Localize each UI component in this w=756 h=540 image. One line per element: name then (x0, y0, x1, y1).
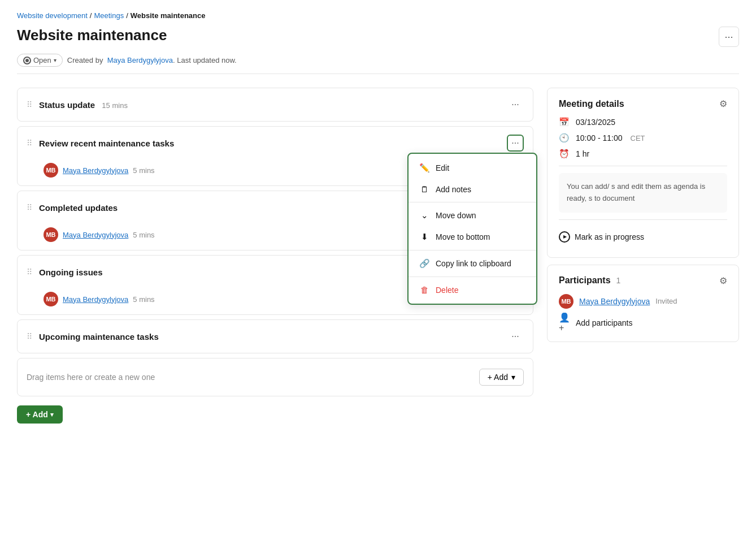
right-sidebar: Meeting details ⚙ 📅 03/13/2025 🕙 10:00 -… (547, 88, 739, 342)
agenda-item-1: ⠿ Status update 15 mins ··· (17, 88, 533, 122)
breadcrumb: Website development / Meetings / Website… (17, 11, 739, 20)
notes-text: You can add/ s and edit them as agenda i… (567, 182, 705, 202)
meeting-duration-row: ⏰ 1 hr (559, 149, 727, 159)
meeting-details-section: Meeting details ⚙ 📅 03/13/2025 🕙 10:00 -… (547, 88, 739, 258)
menu-edit-item[interactable]: ✏️ Edit (409, 157, 536, 179)
add-participants-icon: 👤+ (559, 317, 571, 329)
dropdown-menu: ✏️ Edit 🗒 Add notes ⌄ Move down ⬇ Move (407, 153, 537, 305)
move-down-icon: ⌄ (419, 210, 430, 221)
drag-handle-4[interactable]: ⠿ (27, 267, 32, 277)
participant-status-0: Invited (655, 297, 677, 305)
details-divider-2 (559, 219, 727, 220)
move-bottom-icon: ⬇ (419, 232, 430, 242)
meeting-time-row: 🕙 10:00 - 11:00 CET (559, 133, 727, 143)
agenda-item-1-header: ⠿ Status update 15 mins ··· (18, 88, 533, 121)
agenda-item-5-header: ⠿ Upcoming maintenance tasks ··· (18, 320, 533, 353)
status-badge[interactable]: Open ▾ (17, 54, 63, 67)
breadcrumb-link-1[interactable]: Website development (17, 11, 88, 20)
menu-copy-link-item[interactable]: 🔗 Copy link to clipboard (409, 253, 536, 274)
calendar-icon: 📅 (559, 117, 570, 127)
mark-progress-button[interactable]: Mark as in progress (559, 227, 644, 247)
avatar-item4: MB (44, 292, 58, 306)
notes-section: You can add/ s and edit them as agenda i… (559, 173, 727, 213)
menu-edit-label: Edit (436, 163, 449, 172)
status-label: Open (33, 56, 51, 64)
item-menu-button-1[interactable]: ··· (507, 96, 524, 113)
meeting-details-gear-button[interactable]: ⚙ (719, 98, 727, 109)
copy-link-icon: 🔗 (419, 258, 430, 269)
creator-link[interactable]: Maya Berdygylyjova (107, 56, 173, 64)
item-title-2: Review recent maintenance tasks (39, 139, 501, 148)
status-icon (23, 57, 31, 64)
participants-count: 1 (616, 276, 620, 285)
add-participants-label: Add participants (576, 318, 632, 327)
participants-title-group: Participants 1 (559, 275, 620, 286)
menu-add-notes-item[interactable]: 🗒 Add notes (409, 179, 536, 200)
last-updated: . Last updated now. (173, 56, 237, 64)
meeting-timezone: CET (631, 134, 645, 142)
menu-divider-1 (409, 202, 536, 202)
meeting-date-row: 📅 03/13/2025 (559, 117, 727, 127)
menu-divider-2 (409, 250, 536, 250)
breadcrumb-sep-2: / (126, 11, 128, 20)
main-add-button[interactable]: + Add ▾ (17, 405, 63, 424)
menu-move-down-label: Move down (436, 211, 476, 220)
main-layout: ⠿ Status update 15 mins ··· ⠿ Review rec… (17, 88, 739, 424)
participant-name-0[interactable]: Maya Berdygylyjova (579, 297, 650, 306)
sub-name-4[interactable]: Maya Berdygylyjova (63, 295, 128, 304)
drag-handle-1[interactable]: ⠿ (27, 100, 32, 109)
menu-move-bottom-item[interactable]: ⬇ Move to bottom (409, 226, 536, 248)
page-container: Website development / Meetings / Website… (0, 0, 756, 540)
menu-move-down-item[interactable]: ⌄ Move down (409, 205, 536, 226)
menu-delete-item[interactable]: 🗑 Delete (409, 279, 536, 300)
menu-copy-link-label: Copy link to clipboard (436, 259, 511, 268)
page-header: Website maintenance ··· (17, 27, 739, 47)
duration-icon: ⏰ (559, 149, 570, 159)
mark-progress-label: Mark as in progress (575, 232, 644, 241)
drag-handle-3[interactable]: ⠿ (27, 203, 32, 212)
clock-icon: 🕙 (559, 133, 570, 143)
participant-row-0: MB Maya Berdygylyjova Invited (559, 294, 727, 309)
menu-delete-label: Delete (436, 286, 458, 295)
created-by-prefix: Created by (67, 56, 103, 64)
sub-name-2[interactable]: Maya Berdygylyjova (63, 166, 128, 175)
participants-header: Participants 1 ⚙ (559, 275, 727, 286)
item-title-5: Upcoming maintenance tasks (39, 332, 501, 342)
drag-handle-5[interactable]: ⠿ (27, 332, 32, 341)
menu-add-notes-label: Add notes (436, 185, 471, 194)
delete-icon: 🗑 (419, 285, 430, 295)
page-more-icon: ··· (724, 31, 733, 43)
item-title-1: Status update 15 mins (39, 100, 501, 110)
status-row: Open ▾ Created by Maya Berdygylyjova. La… (17, 54, 739, 74)
agenda-item-5: ⠿ Upcoming maintenance tasks ··· (17, 319, 533, 353)
meeting-duration: 1 hr (576, 149, 589, 158)
item-menu-button-2[interactable]: ··· (507, 135, 524, 152)
drag-add-label: + Add (488, 373, 508, 382)
add-participants-button[interactable]: 👤+ Add participants (559, 314, 727, 331)
status-creator: Created by Maya Berdygylyjova. Last upda… (67, 56, 237, 64)
edit-icon: ✏️ (419, 163, 430, 173)
breadcrumb-link-2[interactable]: Meetings (94, 11, 124, 20)
page-more-button[interactable]: ··· (719, 27, 739, 47)
drag-handle-2[interactable]: ⠿ (27, 139, 32, 148)
participants-gear-button[interactable]: ⚙ (719, 275, 727, 286)
page-title: Website maintenance (17, 27, 167, 44)
avatar-item3: MB (44, 227, 58, 242)
menu-divider-3 (409, 277, 536, 277)
avatar-item2: MB (44, 163, 58, 178)
details-divider-1 (559, 166, 727, 166)
drag-add-button[interactable]: + Add ▾ (479, 369, 524, 386)
main-add-chevron: ▾ (50, 411, 54, 418)
sub-duration-2: 5 mins (133, 166, 154, 175)
participant-avatar-0: MB (559, 294, 573, 309)
meeting-details-title: Meeting details (559, 99, 624, 109)
menu-move-bottom-label: Move to bottom (436, 232, 490, 241)
item-menu-button-5[interactable]: ··· (507, 328, 524, 345)
item-duration-1: 15 mins (102, 101, 128, 110)
drag-area: Drag items here or create a new one + Ad… (17, 358, 533, 396)
drag-add-chevron: ▾ (511, 373, 515, 382)
participants-title: Participants (559, 275, 611, 285)
sub-duration-3: 5 mins (133, 231, 154, 239)
sub-name-3[interactable]: Maya Berdygylyjova (63, 231, 128, 239)
main-add-label: + Add (26, 410, 48, 419)
